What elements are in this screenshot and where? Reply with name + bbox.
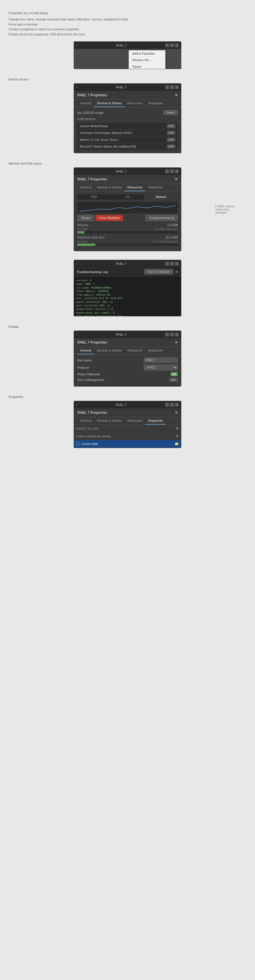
protocol-select[interactable]: SPICE VNC — [143, 364, 178, 371]
action-btns: Restart Force Shutdown Troubleshooting l… — [77, 215, 178, 221]
disp-tab-devices[interactable]: Devices & Shares — [94, 347, 124, 354]
props-dialog-snapshots: RHEL 7 Properties ✕ General Devices & Sh… — [74, 409, 181, 448]
subtab-io[interactable]: I/O — [111, 194, 144, 200]
snap-expand-icon[interactable]: ⛶ — [165, 403, 169, 407]
resources-window: ‹ RHEL 7 ⛶ ☷ ✕ RHEL 7 Properties ✕ Gener… — [74, 167, 181, 251]
snap-tab-devices[interactable]: Devices & Shares — [94, 417, 124, 425]
box-name-input[interactable] — [143, 358, 178, 363]
subtab-network[interactable]: Network — [144, 194, 178, 200]
context-add-favorites[interactable]: Add to Favorites — [129, 51, 165, 57]
disp-vm-title: RHEL 7 — [77, 333, 165, 336]
snapshot-date-1: Fedora Updates pre testing — [76, 435, 110, 438]
subtab-cpu[interactable]: CPU — [77, 194, 111, 200]
tlog-grid-icon[interactable]: ☷ — [170, 262, 174, 266]
snap-grid-icon[interactable]: ☷ — [170, 403, 174, 407]
res-tab-general[interactable]: General — [77, 184, 94, 191]
snapshot-row-1: Fedora Updates pre testing ⚙ — [74, 433, 181, 440]
restart-btn[interactable]: Restart — [77, 215, 94, 221]
vm-controls: ⛶ ☷ ✕ — [165, 43, 179, 47]
res-tab-devices[interactable]: Devices & Shares — [94, 184, 124, 191]
vm-window-context: ‹ RHEL 7 ⛶ ☷ ✕ Add to Favorites Receive … — [74, 41, 181, 69]
res-tabs: General Devices & Shares Resources Snaps… — [74, 184, 181, 191]
snapshot-gear-0[interactable]: ⚙ — [176, 426, 179, 431]
res-props-close-btn[interactable]: ✕ — [175, 177, 178, 181]
device-access-window: ‹ RHEL 7 ⛶ ☷ ✕ RHEL 7 Properties ✕ Gener… — [74, 83, 181, 153]
disp-tab-snapshots[interactable]: Snapshots — [145, 347, 166, 354]
res-props-body: CPU I/O Network Restart — [74, 191, 181, 251]
da-close-icon[interactable]: ✕ — [175, 85, 179, 89]
snapshots-section: Snapshots ‹ RHEL 7 ⛶ ☷ ✕ RHEL 7 Properti… — [8, 395, 247, 448]
disk-bar-fill — [77, 243, 96, 246]
context-receive-file[interactable]: Receive Fle... — [129, 57, 165, 64]
snap-props-close-btn[interactable]: ✕ — [175, 411, 178, 415]
current-state-checkbox[interactable]: ✓ — [76, 442, 80, 445]
usb-toggle-0[interactable]: OFF — [167, 124, 175, 128]
tlog-close-btn[interactable]: ✕ — [175, 270, 178, 274]
snap-tab-snapshots[interactable]: Snapshots — [145, 417, 166, 425]
da-controls: ⛶ ☷ ✕ — [165, 85, 179, 89]
tlog-header: Troubleshooting Log Copy to Clipboard ✕ — [74, 267, 181, 277]
cd-select-btn[interactable]: Select — [164, 110, 178, 115]
res-props-title: RHEL 7 Properties ✕ — [74, 175, 181, 184]
res-tab-snapshots[interactable]: Snapshots — [145, 184, 166, 191]
display-window: ‹ RHEL 7 ⛶ ☷ ✕ RHEL 7 Properties ✕ Gener… — [74, 331, 181, 387]
usb-section: USB Devices Generic Media Reader OFF Omn… — [77, 117, 178, 150]
disp-tab-resources[interactable]: Resources — [125, 347, 145, 354]
display-label: Display — [8, 325, 247, 328]
res-close-icon[interactable]: ✕ — [175, 169, 179, 173]
res-vm-title: RHEL 7 — [77, 170, 165, 173]
usb-device-0: Generic Media Reader OFF — [77, 123, 178, 129]
da-expand-icon[interactable]: ⛶ — [165, 85, 169, 89]
disp-expand-icon[interactable]: ⛶ — [165, 332, 169, 336]
usb-toggle-2[interactable]: OFF — [167, 138, 175, 142]
usb-toggle-1[interactable]: OFF — [167, 131, 175, 135]
tlog-close-icon[interactable]: ✕ — [175, 262, 179, 266]
res-expand-icon[interactable]: ⛶ — [165, 169, 169, 173]
run-background-toggle[interactable]: OFF — [169, 378, 178, 382]
share-clipboard-toggle[interactable]: ON — [171, 372, 178, 376]
disp-grid-icon[interactable]: ☷ — [170, 332, 174, 336]
cd-label: No CD/DVD image — [77, 111, 104, 115]
res-props-dialog-title: RHEL 7 Properties — [77, 177, 107, 181]
da-grid-icon[interactable]: ☷ — [170, 85, 174, 89]
disk-bar-min: 21.5 GiB — [77, 240, 87, 243]
snap-controls: ⛶ ☷ ✕ — [165, 403, 179, 407]
disp-close-icon[interactable]: ✕ — [175, 332, 179, 336]
snap-tab-resources[interactable]: Resources — [125, 417, 145, 425]
snapshot-folder-current[interactable]: 📁 — [175, 442, 179, 446]
res-tab-resources[interactable]: Resources — [125, 184, 145, 191]
tab-devices-shares[interactable]: Devices & Shares — [94, 100, 124, 107]
disp-props-close-btn[interactable]: ✕ — [175, 340, 178, 344]
usb-device-3: Microsoft 3-Button Mouse with IntelliEye… — [77, 143, 178, 150]
memory-label: Memory — [77, 223, 89, 227]
tlog-expand-icon[interactable]: ⛶ — [165, 262, 169, 266]
vm-close-icon[interactable]: ✕ — [175, 43, 179, 47]
vm-grid-icon[interactable]: ☷ — [170, 43, 174, 47]
da-vm-title: RHEL 7 — [77, 86, 165, 89]
tab-resources[interactable]: Resources — [125, 100, 145, 107]
device-access-label: Device access — [8, 78, 247, 81]
snapshot-gear-1[interactable]: ⚙ — [176, 434, 179, 438]
props-dialog-devices: RHEL 7 Properties ✕ General Devices & Sh… — [74, 91, 181, 153]
snap-tab-general[interactable]: General — [77, 417, 94, 425]
disp-tab-general[interactable]: General — [77, 347, 94, 354]
snap-close-icon[interactable]: ✕ — [175, 403, 179, 407]
context-pause[interactable]: Pause — [129, 64, 165, 69]
usb-device-2: Wacom Co.,Ltd. Intuos Touch L OFF — [77, 137, 178, 143]
props-close-btn[interactable]: ✕ — [175, 93, 178, 97]
tab-snapshots[interactable]: Snapshots — [145, 100, 166, 107]
snap-tabs: General Devices & Shares Resources Snaps… — [74, 417, 181, 425]
res-grid-icon[interactable]: ☷ — [170, 169, 174, 173]
props-dialog-resources: RHEL 7 Properties ✕ General Devices & Sh… — [74, 175, 181, 251]
snap-vm-title: RHEL 7 — [77, 403, 165, 406]
copy-clipboard-btn[interactable]: Copy to Clipboard — [144, 269, 173, 274]
force-shutdown-btn[interactable]: Force Shutdown — [96, 215, 123, 221]
props-tabs: General Devices & Shares Resources Snaps… — [74, 100, 181, 107]
box-name-label: Box Name — [77, 359, 92, 362]
usb-toggle-3[interactable]: OFF — [167, 145, 175, 148]
memory-row: Memory 1.0 GiB — [77, 223, 178, 227]
tab-general[interactable]: General — [77, 100, 94, 107]
usb-label: USB Devices — [77, 117, 178, 121]
vm-expand-icon[interactable]: ⛶ — [165, 43, 169, 47]
troubleshoot-btn[interactable]: Troubleshooting log — [146, 215, 178, 221]
